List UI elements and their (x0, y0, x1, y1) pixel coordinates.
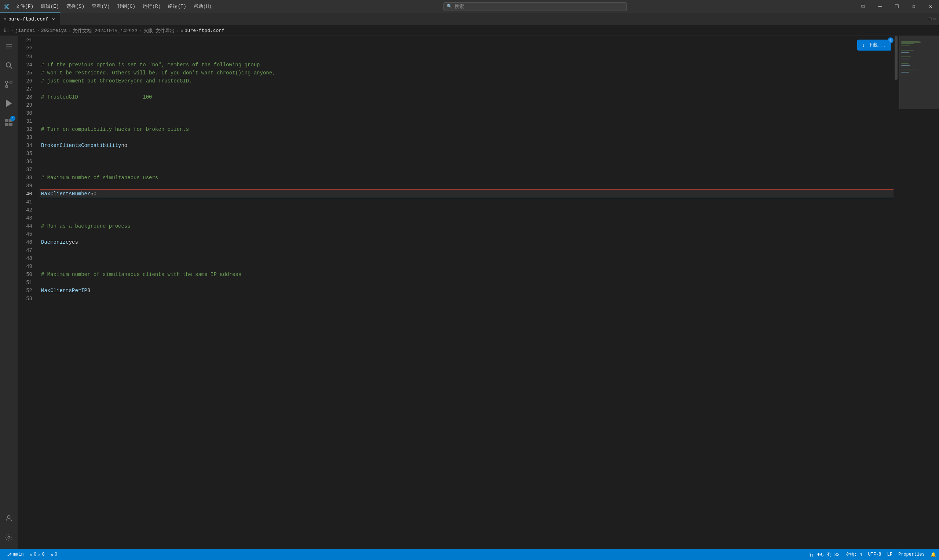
menu-help[interactable]: 帮助(H) (190, 0, 215, 13)
comment-text: # Turn on compatibility hacks for broken… (41, 126, 189, 132)
svg-point-4 (6, 85, 8, 88)
status-encoding[interactable]: UTF-8 (865, 549, 884, 560)
menu-terminal[interactable]: 终端(T) (164, 0, 190, 13)
menu-select[interactable]: 选择(S) (63, 0, 88, 13)
tab-pure-ftpd-conf[interactable]: ⚙ pure-ftpd.conf ✕ (0, 12, 60, 25)
menu-run[interactable]: 运行(R) (139, 0, 164, 13)
maximize-button[interactable]: □ (888, 0, 905, 13)
code-line-32[interactable]: # Turn on compatibility hacks for broken… (40, 125, 894, 134)
breadcrumb-drive[interactable]: E: (4, 28, 9, 33)
status-branch[interactable]: ⎇ main (4, 549, 27, 560)
code-line-48[interactable] (40, 254, 894, 262)
breadcrumb-export[interactable]: 火眼-文件导出 (143, 28, 175, 34)
line-number-39: 39 (18, 182, 36, 190)
activity-extensions[interactable]: 1 (0, 114, 18, 131)
code-area[interactable]: # If the previous option is set to "no",… (40, 36, 894, 549)
minimap-slider[interactable] (899, 36, 939, 109)
code-line-21[interactable] (40, 37, 894, 45)
activity-search[interactable] (0, 37, 18, 55)
code-line-27[interactable] (40, 85, 894, 93)
menu-goto[interactable]: 转到(G) (114, 0, 139, 13)
close-button[interactable]: ✕ (922, 0, 939, 13)
minimize-button[interactable]: ─ (871, 0, 888, 13)
vertical-scrollbar[interactable] (894, 36, 899, 549)
code-line-46[interactable]: Daemonize yes (40, 238, 894, 246)
menu-bar[interactable]: 文件(F) 编辑(E) 选择(S) 查看(V) 转到(G) 运行(R) 终端(T… (12, 0, 215, 13)
branch-name: main (13, 552, 24, 557)
extensions-badge: 1 (10, 116, 15, 121)
line-number-51: 51 (18, 278, 36, 286)
line-number-41: 41 (18, 198, 36, 206)
code-line-39[interactable] (40, 182, 894, 190)
download-button[interactable]: ↓ 下载... 1 (857, 40, 891, 51)
breadcrumb-2021meiya[interactable]: 2021meiya (41, 28, 67, 33)
status-position[interactable]: 行 40, 列 32 (806, 549, 842, 560)
status-errors[interactable]: ✕ 0 ⚠ 0 (27, 549, 48, 560)
status-language[interactable]: Properties (895, 549, 928, 560)
code-line-44[interactable]: # Run as a background process (40, 222, 894, 230)
tab-close-button[interactable]: ✕ (51, 16, 57, 22)
svg-point-2 (6, 81, 8, 83)
file-icon: ⚙ (180, 28, 183, 33)
code-line-28[interactable]: # TrustedGID 100 (40, 93, 894, 101)
status-sync[interactable]: ↻ 0 (48, 549, 60, 560)
search-box[interactable]: 🔍 搜索 (444, 2, 627, 11)
code-line-40[interactable]: MaxClientsNumber 50 (40, 190, 894, 198)
breadcrumb-filename[interactable]: ⚙ pure-ftpd.conf (180, 28, 225, 33)
code-line-25[interactable]: # won't be restricted. Others will be. I… (40, 69, 894, 77)
scrollbar-thumb[interactable] (894, 36, 897, 80)
code-line-23[interactable] (40, 53, 894, 61)
code-line-41[interactable] (40, 198, 894, 206)
restore-button[interactable]: ❐ (905, 0, 922, 13)
menu-view[interactable]: 查看(V) (88, 0, 113, 13)
code-line-31[interactable] (40, 117, 894, 125)
code-line-22[interactable] (40, 45, 894, 53)
code-line-49[interactable] (40, 262, 894, 271)
code-line-43[interactable] (40, 214, 894, 222)
activity-source-control[interactable] (0, 75, 18, 93)
code-line-36[interactable] (40, 158, 894, 166)
code-line-29[interactable] (40, 101, 894, 109)
code-line-52[interactable]: MaxClientsPerIP 8 (40, 286, 894, 295)
status-left: ⎇ main ✕ 0 ⚠ 0 ↻ 0 (0, 549, 60, 560)
code-line-38[interactable]: # Maximum number of simultaneous users (40, 174, 894, 182)
menu-file[interactable]: 文件(F) (12, 0, 37, 13)
code-line-53[interactable] (40, 295, 894, 303)
error-icon: ✕ (30, 552, 32, 557)
title-bar: 文件(F) 编辑(E) 选择(S) 查看(V) 转到(G) 运行(R) 终端(T… (0, 0, 939, 13)
code-line-45[interactable] (40, 230, 894, 238)
code-line-26[interactable]: # just comment out ChrootEveryone and Tr… (40, 77, 894, 85)
breadcrumb-jiancai[interactable]: jiancai (15, 28, 35, 33)
code-line-47[interactable] (40, 246, 894, 254)
minimap-line (901, 57, 911, 57)
status-line-ending[interactable]: LF (884, 549, 895, 560)
language-text: Properties (898, 552, 925, 557)
status-spaces[interactable]: 空格: 4 (842, 549, 865, 560)
code-line-51[interactable] (40, 278, 894, 286)
code-line-34[interactable]: BrokenClientsCompatibility no (40, 142, 894, 149)
activity-settings[interactable] (0, 528, 18, 546)
activity-account[interactable] (0, 509, 18, 527)
tab-split-button[interactable]: ⊟ ⋯ (925, 12, 939, 25)
code-line-30[interactable] (40, 109, 894, 117)
minimap (899, 36, 939, 549)
menu-edit[interactable]: 编辑(E) (37, 0, 62, 13)
line-number-30: 30 (18, 109, 36, 117)
warning-count: 0 (42, 552, 45, 557)
warning-icon: ⚠ (38, 552, 40, 557)
status-notifications[interactable]: 🔔 (928, 549, 939, 560)
split-editor-button[interactable]: ⧉ (855, 0, 871, 13)
code-line-42[interactable] (40, 206, 894, 214)
breadcrumb-files[interactable]: 文件文档_20241015_142933 (72, 28, 137, 34)
download-label: 下载... (868, 42, 886, 48)
code-line-33[interactable] (40, 134, 894, 142)
line-number-52: 52 (18, 286, 36, 295)
code-line-50[interactable]: # Maximum number of simultaneous clients… (40, 271, 894, 278)
activity-debug[interactable] (0, 95, 18, 112)
code-line-24[interactable]: # If the previous option is set to "no",… (40, 61, 894, 69)
code-line-37[interactable] (40, 166, 894, 174)
window-controls[interactable]: ⧉ ─ □ ❐ ✕ (855, 0, 939, 13)
activity-explorer[interactable] (0, 57, 18, 74)
code-line-35[interactable] (40, 149, 894, 158)
line-number-50: 50 (18, 271, 36, 278)
